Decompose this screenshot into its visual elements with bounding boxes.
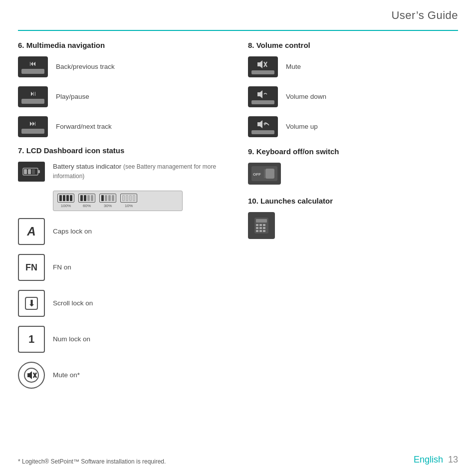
vol-mute-row: Mute [248,56,458,77]
vol-up-icon [248,116,278,137]
play-pause-icon: ⏯ [18,86,48,107]
next-track-icon: ⏭ [18,116,48,137]
vol-mute-label: Mute [286,62,301,72]
prev-bar [21,69,44,74]
footer-right: English 13 [414,455,458,465]
back-track-icon: ⏮ [18,56,48,77]
svg-rect-4 [32,169,35,174]
svg-rect-31 [263,230,265,232]
play-pause-label: Play/pause [56,92,89,102]
vol-down-label: Volume down [286,92,326,102]
main-content: 6. Multimedia navigation ⏮ Back/previous… [18,36,458,446]
svg-text:OFF: OFF [253,172,261,177]
fn-icon: FN [18,254,45,281]
caps-lock-icon: A [18,218,45,245]
kbd-switch-row: OFF ON [248,163,458,185]
num-lock-icon: 1 [18,326,45,353]
scroll-lock-label: Scroll lock on [53,299,93,308]
fn-row: FN FN on [18,254,228,281]
svg-rect-26 [256,227,258,229]
battery-row: Battery status indicator (see Battery ma… [18,162,228,182]
svg-rect-22 [256,219,267,223]
kbd-switch-icon: OFF ON [248,163,281,185]
play-bar [21,99,44,104]
svg-rect-3 [28,169,31,174]
scroll-lock-icon: ⬇ [18,290,45,317]
svg-marker-8 [27,371,32,379]
play-symbol: ⏯ [29,90,36,97]
page-title: User’s Guide [391,9,458,22]
vol-mute-icon [248,56,278,77]
svg-text:⬇: ⬇ [28,298,35,308]
svg-rect-27 [259,227,262,229]
svg-rect-25 [263,224,265,226]
svg-marker-14 [257,90,262,98]
svg-rect-28 [263,227,265,229]
svg-rect-2 [24,169,27,174]
caps-lock-row: A Caps lock on [18,218,228,245]
battery-icon [18,162,45,182]
svg-rect-30 [259,230,262,232]
footer-language: English [414,455,443,465]
vol-down-row: Volume down [248,86,458,107]
svg-rect-24 [259,224,262,226]
calculator-icon [248,212,275,239]
svg-rect-19 [265,169,274,179]
footer-note: * Logitech® SetPoint™ Software installat… [18,458,166,465]
next-bar [21,129,44,134]
num-lock-row: 1 Num lock on [18,326,228,353]
header-divider [18,30,458,31]
fn-label: FN on [53,263,71,272]
battery-percentage-section: 100% 60% [18,191,228,211]
play-pause-row: ⏯ Play/pause [18,86,228,107]
footer-page-number: 13 [448,455,458,465]
vol-up-row: Volume up [248,116,458,137]
right-column: 8. Volume control Mute [238,36,458,446]
section-9-title: 9. Keyboard off/on switch [248,147,458,156]
battery-label: Battery status indicator (see Battery ma… [53,162,228,181]
section-10-title: 10. Launches calculator [248,197,458,205]
back-track-label: Back/previous track [56,62,115,72]
caps-lock-label: Caps lock on [53,227,92,237]
scroll-lock-row: ⬇ Scroll lock on [18,290,228,317]
svg-rect-23 [256,224,258,226]
mute-on-row: Mute on* [18,362,228,389]
next-track-row: ⏭ Forward/next track [18,116,228,137]
section-6-title: 6. Multimedia navigation [18,41,228,49]
back-track-row: ⏮ Back/previous track [18,56,228,77]
prev-symbol: ⏮ [29,60,36,67]
next-symbol: ⏭ [29,120,36,127]
num-lock-label: Num lock on [53,335,90,344]
mute-on-label: Mute on* [53,371,80,380]
mute-on-icon [18,362,45,389]
svg-marker-11 [257,60,262,68]
next-track-label: Forward/next track [56,122,112,132]
svg-rect-29 [256,230,258,232]
section-7-title: 7. LCD Dashboard icon status [18,146,228,155]
svg-marker-15 [257,120,262,128]
section-8-title: 8. Volume control [248,41,458,49]
svg-rect-1 [38,170,40,173]
vol-down-icon [248,86,278,107]
calculator-row [248,212,458,239]
vol-up-label: Volume up [286,122,318,132]
footer: * Logitech® SetPoint™ Software installat… [18,455,458,465]
left-column: 6. Multimedia navigation ⏮ Back/previous… [18,36,238,446]
